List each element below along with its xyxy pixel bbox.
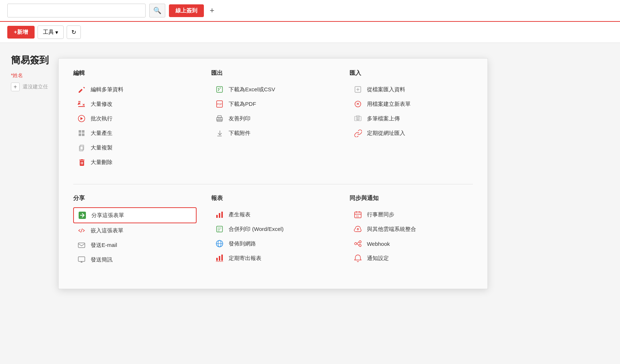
menu-item-edit-multiple-label: 編輯多筆資料 [91,86,123,92]
menu-item-edit-multiple[interactable]: 編輯多筆資料 [73,82,197,91]
menu-item-download-excel-label: 下載為Excel或CSV [229,86,275,92]
import-file-icon [353,85,363,91]
toolbar: +新增 工具 ▾ ↻ [0,22,620,43]
tab-online-signin[interactable]: 線上簽到 [169,4,204,17]
menu-top-grid: 編輯 編輯多筆資料 大量修改 批次執行 [73,69,473,91]
new-button[interactable]: +新增 [7,26,35,39]
tools-label: 工具 [43,29,54,36]
download-excel-icon [215,85,224,91]
section-export-title: 匯出 [211,69,335,77]
section-import-title: 匯入 [350,69,473,77]
search-input[interactable] [7,4,146,17]
section-edit: 編輯 編輯多筆資料 大量修改 批次執行 [73,69,197,91]
tab-add[interactable]: + [208,6,217,15]
menu-item-download-excel[interactable]: 下載為Excel或CSV [211,82,335,91]
tools-dropdown: 編輯 編輯多筆資料 大量修改 批次執行 [58,58,488,91]
top-bar: 🔍 線上簽到 + [0,0,620,22]
svg-rect-7 [217,87,222,91]
search-button[interactable]: 🔍 [149,4,165,17]
tools-button[interactable]: 工具 ▾ [37,25,64,39]
menu-item-import-file[interactable]: 從檔案匯入資料 [350,82,473,91]
edit-multiple-icon [77,85,86,91]
section-import: 匯入 從檔案匯入資料 用檔案建立新表單 多筆檔案上傳 [350,69,473,91]
chevron-down-icon: ▾ [55,29,58,36]
menu-item-import-file-label: 從檔案匯入資料 [367,86,405,92]
add-row-text: 還沒建立任 [23,84,48,90]
section-edit-title: 編輯 [73,69,197,77]
refresh-button[interactable]: ↻ [67,25,81,39]
search-icon: 🔍 [153,7,161,15]
add-row-button[interactable]: + [11,83,20,91]
refresh-icon: ↻ [71,29,76,35]
section-export: 匯出 下載為Excel或CSV PDF 下載為PDF 友善列印 [211,69,335,91]
